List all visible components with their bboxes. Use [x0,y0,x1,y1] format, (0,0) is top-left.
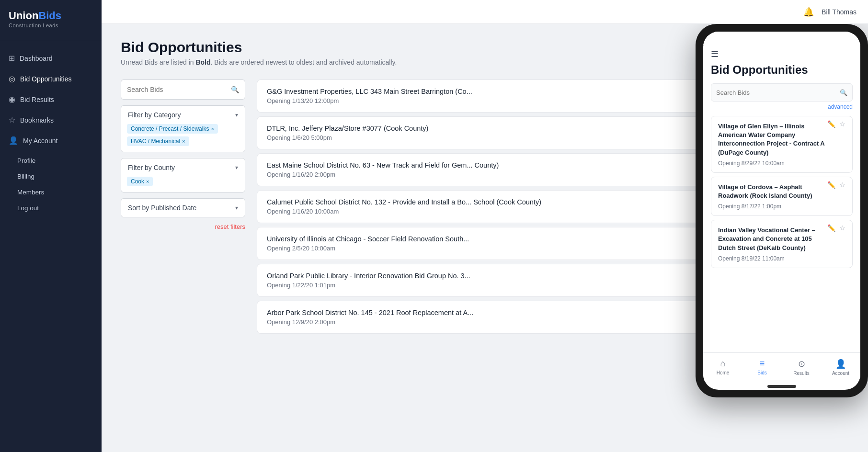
phone-bid-date: Opening 8/17/22 1:00pm [718,203,827,210]
dashboard-icon: ⊞ [9,54,15,63]
category-filter-dropdown: Filter by Category ▾ Concrete / Precast … [121,105,245,152]
category-tag-hvac-label: HVAC / Mechanical [131,138,180,145]
phone-content: Bid Opportunities 🔍 advanced Village of … [703,63,860,352]
subtitle-prefix: Unread Bids are listed in [121,58,195,66]
phone-bid-title: Village of Glen Ellyn – Illinois America… [718,122,827,157]
phone-nav-account[interactable]: 👤 Account [821,359,860,376]
phone-search-input[interactable] [716,89,840,96]
category-filter-header[interactable]: Filter by Category ▾ [121,106,245,124]
main-content: Bid Opportunities Unread Bids are listed… [102,24,868,452]
phone-bid-date: Opening 8/29/22 10:00am [718,160,827,167]
phone-bids-icon: ≡ [760,359,765,369]
search-icon: 🔍 [231,86,239,93]
phone-top-spacer [703,32,860,45]
sidebar-item-profile[interactable]: Profile [0,153,102,169]
phone-bid-card[interactable]: Indian Valley Vocational Center – Excava… [711,220,853,268]
phone-bid-actions: ✏️ ☆ [827,181,845,189]
sidebar-item-label: My Account [23,137,57,145]
phone-nav-home[interactable]: ⌂ Home [703,359,742,375]
county-tag-cook[interactable]: Cook × [127,177,153,186]
search-field[interactable]: 🔍 [121,79,245,100]
phone-advanced-link[interactable]: advanced [711,103,853,110]
sort-dropdown[interactable]: Sort by Published Date ▾ [121,198,245,217]
phone-bid-edit-icon[interactable]: ✏️ [827,224,835,232]
sidebar-item-label: Bid Opportunities [20,75,71,83]
subtitle-bold: Bold [195,58,210,66]
bid-results-icon: ◉ [9,95,15,104]
phone-bid-star-icon[interactable]: ☆ [839,181,845,189]
my-account-icon: 👤 [9,136,18,145]
county-chevron-icon: ▾ [235,164,238,171]
sort-label: Sort by Published Date [128,204,196,212]
sidebar-item-bookmarks[interactable]: ☆ Bookmarks [0,110,102,130]
logo-bids-text: Bids [38,10,61,22]
phone-bid-card[interactable]: Village of Cordova – Asphalt Roadwork (R… [711,177,853,216]
sidebar-item-logout[interactable]: Log out [0,200,102,216]
phone-results-icon: ⊙ [798,359,805,369]
sidebar-item-label: Bookmarks [20,116,54,124]
logo-sub-text: Construction Leads [9,23,93,28]
phone-bid-actions: ✏️ ☆ [827,224,845,232]
phone-nav-results-label: Results [793,371,809,376]
phone-bid-title: Indian Valley Vocational Center – Excava… [718,226,827,252]
sidebar-item-members[interactable]: Members [0,184,102,200]
phone-screen: ☰ Bid Opportunities 🔍 advanced Village o… [703,32,860,390]
category-chevron-icon: ▾ [235,112,238,118]
category-filter-tags: Concrete / Precast / Sidewalks × HVAC / … [121,124,245,152]
phone-nav-home-label: Home [717,370,730,375]
phone-bid-card[interactable]: Village of Glen Ellyn – Illinois America… [711,116,853,173]
phone-bid-star-icon[interactable]: ☆ [839,224,845,232]
logo-union-text: Union [9,10,38,22]
phone-bid-title: Village of Cordova – Asphalt Roadwork (R… [718,183,827,200]
phone-search-bar[interactable]: 🔍 [711,83,853,102]
sidebar-item-billing[interactable]: Billing [0,169,102,184]
phone-home-icon: ⌂ [720,359,726,369]
category-tag-concrete[interactable]: Concrete / Precast / Sidewalks × [127,124,218,134]
sidebar-logo: UnionBids Construction Leads [0,0,102,40]
phone-nav-results[interactable]: ⊙ Results [782,359,821,376]
reset-filters-button[interactable]: reset filters [121,223,245,230]
county-filter-label: Filter by County [128,164,175,171]
account-sub-nav: Profile Billing Members Log out [0,151,102,216]
phone-bid-edit-icon[interactable]: ✏️ [827,120,835,128]
phone-bottom-nav: ⌂ Home ≡ Bids ⊙ Results 👤 Account [703,352,860,381]
phone-search-icon: 🔍 [840,89,847,96]
phone-page-title: Bid Opportunities [711,63,853,77]
phone-mockup: ☰ Bid Opportunities 🔍 advanced Village o… [696,24,868,397]
phone-menu-icon[interactable]: ☰ [703,45,860,63]
bookmarks-icon: ☆ [9,115,15,124]
phone-nav-account-label: Account [832,371,849,376]
sidebar-item-dashboard[interactable]: ⊞ Dashboard [0,48,102,68]
phone-bid-date: Opening 8/19/22 11:00am [718,255,827,262]
filters-panel: 🔍 Filter by Category ▾ Concrete / Precas… [121,79,245,230]
bid-opportunities-icon: ◎ [9,74,15,83]
county-filter-dropdown: Filter by County ▾ Cook × [121,158,245,192]
sort-chevron-icon: ▾ [235,204,238,211]
sidebar-item-my-account[interactable]: 👤 My Account [0,130,102,151]
sidebar-item-bid-opportunities[interactable]: ◎ Bid Opportunities [0,68,102,89]
category-tag-hvac-remove[interactable]: × [182,138,185,144]
phone-account-icon: 👤 [835,359,846,369]
phone-home-button[interactable] [767,385,796,388]
main-wrapper: 🔔 Bill Thomas Bid Opportunities Unread B… [102,0,868,452]
county-filter-header[interactable]: Filter by County ▾ [121,158,245,177]
sidebar-item-bid-results[interactable]: ◉ Bid Results [0,89,102,110]
top-bar: 🔔 Bill Thomas [102,0,868,24]
category-tag-hvac[interactable]: HVAC / Mechanical × [127,136,189,146]
phone-bid-edit-icon[interactable]: ✏️ [827,181,835,189]
category-filter-label: Filter by Category [128,111,181,119]
county-tag-cook-label: Cook [131,178,144,185]
sidebar-nav: ⊞ Dashboard ◎ Bid Opportunities ◉ Bid Re… [0,40,102,452]
category-tag-concrete-label: Concrete / Precast / Sidewalks [131,125,209,132]
phone-nav-bids[interactable]: ≡ Bids [742,359,782,375]
phone-bid-star-icon[interactable]: ☆ [839,120,845,128]
sidebar-item-label: Dashboard [20,55,53,62]
phone-bid-actions: ✏️ ☆ [827,120,845,128]
category-tag-concrete-remove[interactable]: × [211,126,214,132]
sidebar: UnionBids Construction Leads ⊞ Dashboard… [0,0,102,452]
notification-bell-icon[interactable]: 🔔 [803,7,814,17]
subtitle-suffix: . Bids are ordered newest to oldest and … [211,58,397,66]
user-name: Bill Thomas [822,8,857,16]
county-tag-cook-remove[interactable]: × [146,179,149,184]
search-input[interactable] [127,86,231,93]
